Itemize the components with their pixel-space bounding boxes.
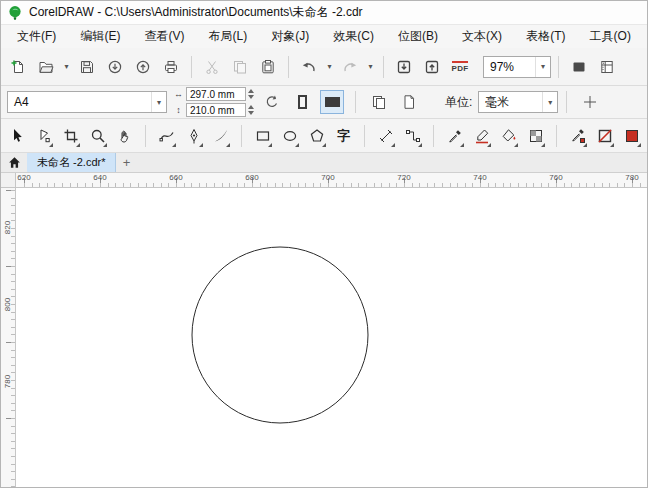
save-button[interactable]	[74, 54, 100, 80]
open-dropdown-caret[interactable]: ▾	[61, 54, 72, 80]
current-page-button[interactable]	[397, 90, 421, 114]
rectangle-tool[interactable]	[251, 123, 274, 149]
page-size-preset-combobox[interactable]: A4 ▾	[7, 91, 167, 113]
page-width-spinner[interactable]	[248, 89, 254, 99]
menu-item[interactable]: 文本(X)	[456, 25, 508, 48]
ruler-origin-corner[interactable]	[1, 173, 16, 188]
import-button[interactable]	[391, 54, 417, 80]
current-page-icon	[401, 94, 417, 110]
paste-button[interactable]	[255, 54, 281, 80]
menu-item[interactable]: 文件(F)	[11, 25, 62, 48]
document-tab[interactable]: 未命名 -2.cdr*	[27, 153, 116, 172]
open-button[interactable]	[33, 54, 59, 80]
crop-tool[interactable]	[59, 123, 82, 149]
outline-pen-tool[interactable]	[470, 123, 493, 149]
polygon-tool[interactable]	[305, 123, 328, 149]
page-size-dropdown-caret[interactable]: ▾	[151, 92, 166, 112]
menu-item[interactable]: 表格(T)	[520, 25, 571, 48]
new-document-button[interactable]	[5, 54, 31, 80]
page-width-field[interactable]: 297.0 mm	[186, 87, 246, 101]
connector-tool[interactable]	[401, 123, 424, 149]
fill-color-tool[interactable]	[620, 123, 643, 149]
undo-dropdown-caret[interactable]: ▾	[324, 54, 335, 80]
save-to-cloud-button[interactable]	[130, 54, 156, 80]
portrait-icon	[298, 95, 307, 109]
menu-item[interactable]: 布局(L)	[203, 25, 254, 48]
drawn-ellipse[interactable]	[192, 247, 368, 423]
copy-icon	[232, 59, 248, 75]
menu-item[interactable]: 查看(V)	[138, 25, 190, 48]
page-size-preset-value: A4	[8, 95, 151, 109]
print-button[interactable]	[158, 54, 184, 80]
main-area: 820800780	[1, 188, 647, 488]
new-tab-button[interactable]: +	[116, 153, 136, 172]
fullscreen-preview-button[interactable]	[566, 54, 592, 80]
zoom-tool-icon	[90, 128, 106, 144]
open-from-cloud-button[interactable]	[102, 54, 128, 80]
ruler-tick-label: 700	[321, 173, 334, 182]
undo-button[interactable]	[296, 54, 322, 80]
horizontal-ruler[interactable]: 620640660680700720740760780	[16, 173, 647, 188]
welcome-home-button[interactable]	[1, 153, 27, 172]
nudge-offset-button[interactable]	[578, 90, 602, 114]
all-pages-button[interactable]	[367, 90, 391, 114]
units-dropdown-caret[interactable]: ▾	[542, 92, 557, 112]
transparency-tool[interactable]	[524, 123, 547, 149]
redo-button[interactable]	[337, 54, 363, 80]
menu-item[interactable]: 位图(B)	[392, 25, 444, 48]
menu-item[interactable]: 工具(O)	[584, 25, 637, 48]
pick-tool-icon	[9, 128, 25, 144]
menu-item[interactable]: 效果(C)	[327, 25, 380, 48]
toolbox-separator	[241, 125, 242, 147]
artistic-media-tool-icon	[213, 128, 229, 144]
page-height-spinner[interactable]	[248, 105, 254, 115]
pick-tool[interactable]	[5, 123, 28, 149]
zoom-level-value: 97%	[484, 60, 535, 74]
pen-tool[interactable]	[182, 123, 205, 149]
connector-tool-icon	[405, 128, 421, 144]
home-icon	[8, 156, 21, 169]
eyedropper-tool[interactable]	[443, 123, 466, 149]
publish-to-pdf-button[interactable]: PDF	[447, 54, 473, 80]
page-height-field[interactable]: 210.0 mm	[186, 103, 246, 117]
redo-icon	[342, 59, 358, 75]
shape-tool[interactable]	[32, 123, 55, 149]
rectangle-tool-icon	[255, 128, 271, 144]
swap-dimensions-button[interactable]	[260, 90, 284, 114]
smart-fill-tool[interactable]	[497, 123, 520, 149]
page-dimensions-group: ↔ 297.0 mm ↕ 210.0 mm	[173, 87, 254, 117]
units-combobox[interactable]: 毫米 ▾	[478, 91, 558, 113]
polygon-tool-icon	[309, 128, 325, 144]
toolbar-separator	[383, 56, 384, 78]
portrait-orientation-button[interactable]	[290, 90, 314, 114]
vertical-ruler[interactable]: 820800780	[1, 188, 16, 488]
freehand-tool[interactable]	[155, 123, 178, 149]
artistic-media-tool[interactable]	[209, 123, 232, 149]
zoom-dropdown-caret[interactable]: ▾	[535, 57, 550, 77]
page-width-icon: ↔	[173, 90, 184, 99]
ruler-tick-label: 660	[169, 173, 182, 182]
text-tool[interactable]: 字	[332, 123, 355, 149]
menu-item[interactable]: 编辑(E)	[74, 25, 126, 48]
color-eyedropper-tool[interactable]	[566, 123, 589, 149]
show-rulers-button[interactable]	[594, 54, 620, 80]
ellipse-tool[interactable]	[278, 123, 301, 149]
copy-button[interactable]	[227, 54, 253, 80]
drawing-canvas[interactable]	[16, 188, 647, 488]
outline-color-tool-icon	[597, 128, 613, 144]
pan-tool[interactable]	[113, 123, 136, 149]
units-value: 毫米	[479, 94, 542, 111]
zoom-tool[interactable]	[86, 123, 109, 149]
export-button[interactable]	[419, 54, 445, 80]
ruler-tick-label: 780	[625, 173, 638, 182]
outline-color-tool[interactable]	[593, 123, 616, 149]
page-width-value: 297.0 mm	[190, 89, 234, 100]
dimension-tool[interactable]	[374, 123, 397, 149]
landscape-orientation-button[interactable]	[320, 90, 344, 114]
ruler-tick-label: 680	[245, 173, 258, 182]
zoom-level-combobox[interactable]: 97% ▾	[483, 56, 551, 78]
redo-dropdown-caret[interactable]: ▾	[365, 54, 376, 80]
cloud-download-icon	[107, 59, 123, 75]
menu-item[interactable]: 对象(J)	[265, 25, 315, 48]
cut-button[interactable]	[199, 54, 225, 80]
